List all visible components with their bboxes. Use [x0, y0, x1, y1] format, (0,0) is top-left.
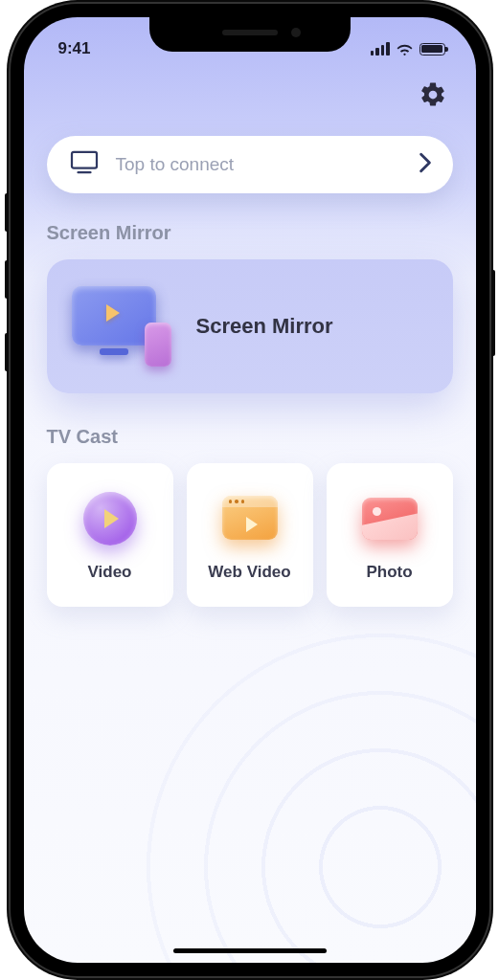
- screen-mirror-section: Screen Mirror Screen Mirror: [47, 222, 453, 393]
- cast-label: Photo: [366, 563, 412, 582]
- screen-mirror-label: Screen Mirror: [196, 314, 333, 339]
- cast-card-web-video[interactable]: Web Video: [187, 463, 313, 607]
- phone-frame: 9:41: [9, 2, 491, 978]
- web-video-icon: [219, 488, 281, 549]
- tv-icon: [70, 150, 99, 179]
- cast-card-video[interactable]: Video: [47, 463, 173, 607]
- battery-icon: [420, 43, 445, 56]
- screen-mirror-icon: [72, 282, 179, 370]
- header: [24, 63, 476, 109]
- connect-button[interactable]: Top to connect: [47, 136, 453, 193]
- tv-cast-section: TV Cast Video Web Video Photo: [47, 426, 453, 607]
- wifi-icon: [396, 42, 414, 56]
- cast-label: Video: [88, 563, 132, 582]
- section-title-cast: TV Cast: [47, 426, 453, 448]
- status-time: 9:41: [58, 39, 91, 58]
- chevron-right-icon: [419, 152, 432, 177]
- cast-label: Web Video: [208, 563, 290, 582]
- cellular-icon: [371, 42, 390, 56]
- cast-card-photo[interactable]: Photo: [327, 463, 453, 607]
- connect-label: Top to connect: [116, 154, 401, 175]
- screen: 9:41: [24, 17, 476, 963]
- svg-rect-0: [72, 152, 97, 168]
- settings-button[interactable]: [419, 80, 447, 109]
- status-indicators: [371, 42, 445, 56]
- photo-icon: [359, 488, 420, 549]
- screen-mirror-card[interactable]: Screen Mirror: [47, 259, 453, 393]
- section-title-mirror: Screen Mirror: [47, 222, 453, 244]
- home-indicator[interactable]: [173, 948, 327, 953]
- video-icon: [79, 488, 141, 549]
- notch: [149, 17, 351, 52]
